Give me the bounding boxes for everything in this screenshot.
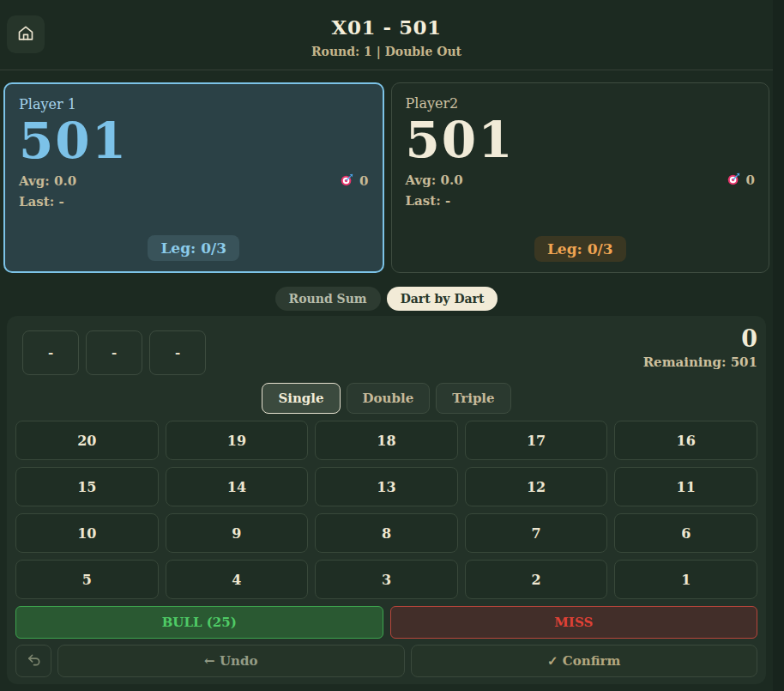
- number-button-4[interactable]: 4: [166, 560, 309, 599]
- dart-target-icon: [727, 173, 740, 189]
- number-button-20[interactable]: 20: [15, 421, 159, 460]
- number-button-14[interactable]: 14: [166, 467, 309, 506]
- number-button-6[interactable]: 6: [614, 513, 757, 553]
- number-button-5[interactable]: 5: [15, 560, 159, 599]
- dart-slot-1: -: [22, 330, 79, 375]
- player-card-1: Player 1 501 Avg: 0.0 0: [3, 82, 384, 273]
- dart-by-dart-toggle[interactable]: Dart by Dart: [387, 287, 498, 311]
- miss-button[interactable]: MISS: [390, 606, 758, 639]
- number-button-3[interactable]: 3: [315, 560, 458, 599]
- player-score: 501: [406, 113, 756, 167]
- current-round-score: 0: [643, 326, 757, 352]
- player-name: Player2: [406, 95, 756, 112]
- player-score: 501: [19, 114, 369, 168]
- number-button-16[interactable]: 16: [614, 421, 757, 460]
- round-status: Round: 1 | Double Out: [0, 45, 773, 58]
- number-button-2[interactable]: 2: [465, 560, 608, 599]
- vertical-scrollbar-track[interactable]: [773, 0, 784, 691]
- player-last-score: Last: -: [19, 194, 369, 209]
- player-average: Avg: 0.0: [406, 173, 463, 188]
- undo-button[interactable]: ← Undo: [57, 645, 405, 677]
- view-toggle: Round Sum Dart by Dart: [0, 287, 773, 311]
- remaining-score: Remaining: 501: [643, 355, 757, 370]
- multiplier-single[interactable]: Single: [262, 383, 340, 414]
- number-button-11[interactable]: 11: [614, 467, 757, 506]
- score-entry-panel: --- 0 Remaining: 501 SingleDoubleTriple …: [7, 316, 766, 684]
- darts-thrown-count: 0: [359, 173, 368, 189]
- number-button-7[interactable]: 7: [465, 513, 608, 553]
- undo-arrow-icon: [26, 652, 42, 670]
- player-average: Avg: 0.0: [19, 173, 76, 189]
- multiplier-row: SingleDoubleTriple: [15, 383, 757, 414]
- bull-button[interactable]: BULL (25): [15, 606, 383, 639]
- number-button-19[interactable]: 19: [166, 421, 309, 460]
- number-button-17[interactable]: 17: [465, 421, 608, 460]
- player-name: Player 1: [19, 96, 369, 112]
- leg-badge: Leg: 0/3: [148, 235, 239, 261]
- player-card-2: Player2 501 Avg: 0.0 0: [391, 82, 770, 273]
- number-button-12[interactable]: 12: [465, 467, 608, 506]
- multiplier-double[interactable]: Double: [347, 383, 431, 414]
- number-button-18[interactable]: 18: [315, 421, 458, 460]
- header: X01 - 501 Round: 1 | Double Out: [0, 0, 773, 70]
- dart-slot-2: -: [86, 330, 142, 375]
- number-button-1[interactable]: 1: [614, 560, 757, 599]
- round-sum-toggle[interactable]: Round Sum: [275, 287, 381, 311]
- leg-badge: Leg: 0/3: [534, 236, 626, 262]
- page-title: X01 - 501: [0, 15, 773, 39]
- number-button-13[interactable]: 13: [315, 467, 458, 506]
- multiplier-triple[interactable]: Triple: [436, 383, 510, 414]
- number-button-9[interactable]: 9: [166, 513, 309, 553]
- number-button-10[interactable]: 10: [15, 513, 159, 553]
- darts-thrown-count: 0: [746, 173, 755, 188]
- number-button-8[interactable]: 8: [315, 513, 458, 553]
- number-grid: 2019181716151413121110987654321: [15, 421, 757, 599]
- player-last-score: Last: -: [406, 193, 756, 209]
- home-icon: [16, 24, 35, 45]
- special-row: BULL (25) MISS: [15, 606, 757, 639]
- player-cards-row: Player 1 501 Avg: 0.0 0: [3, 82, 769, 273]
- number-button-15[interactable]: 15: [15, 467, 159, 506]
- dart-slot-3: -: [149, 330, 206, 375]
- home-button[interactable]: [7, 15, 45, 53]
- bottom-actions-row: ← Undo ✓ Confirm: [15, 645, 757, 677]
- undo-icon-button[interactable]: [15, 645, 51, 677]
- dart-target-icon: [341, 173, 353, 190]
- confirm-button[interactable]: ✓ Confirm: [411, 645, 758, 677]
- score-summary: 0 Remaining: 501: [643, 326, 757, 370]
